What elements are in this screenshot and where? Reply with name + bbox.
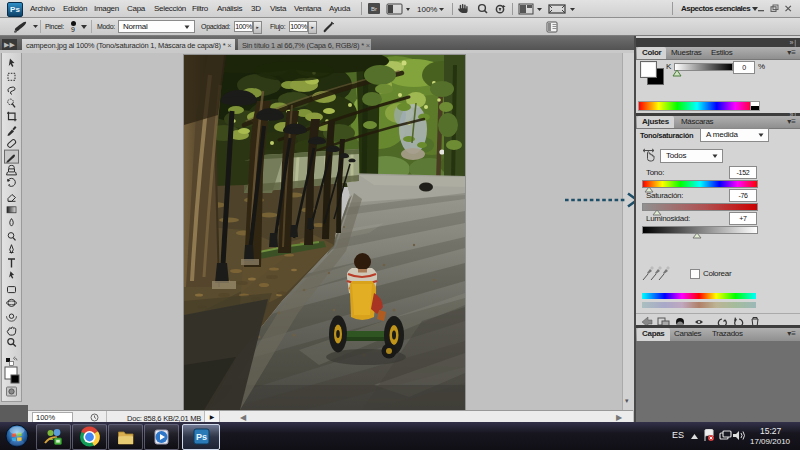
svg-text:Ps: Ps (196, 432, 207, 442)
svg-text:100%: 100% (417, 5, 437, 14)
svg-text:Br: Br (371, 6, 377, 12)
